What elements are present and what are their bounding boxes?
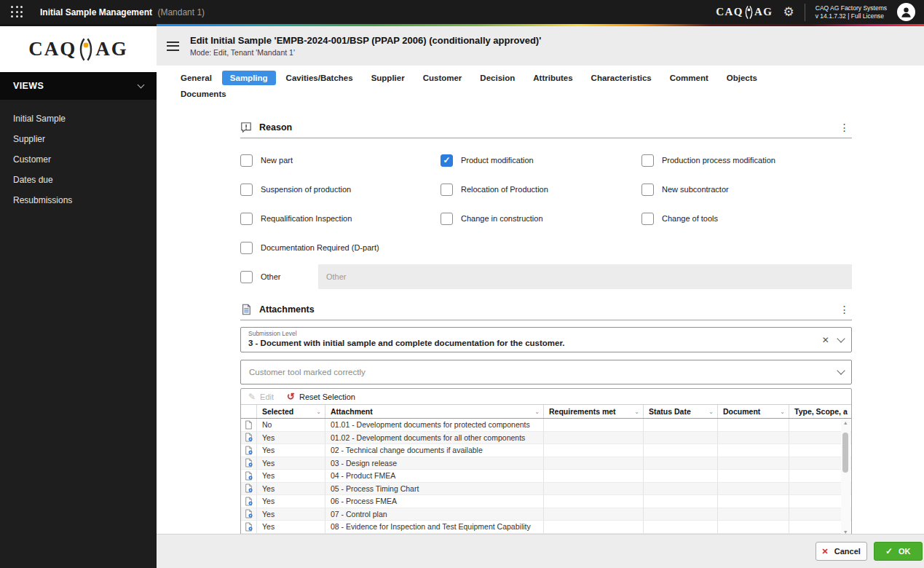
form-area: Reason ⋮ New part Product modification P…	[157, 106, 924, 534]
chevron-down-icon[interactable]: ⌄	[316, 409, 321, 415]
table-row[interactable]: Yes03 - Design release	[241, 457, 851, 470]
document-lines-icon	[240, 304, 252, 315]
sidebar-item-supplier[interactable]: Supplier	[0, 129, 157, 149]
checkbox-box[interactable]	[441, 184, 453, 196]
cell-status-date	[644, 495, 718, 508]
checkbox-relocation-of-production[interactable]: Relocation of Production	[441, 184, 641, 196]
kebab-menu-icon[interactable]: ⋮	[837, 122, 852, 133]
cell-attachment: 01.02 - Development documents for all ot…	[325, 432, 544, 445]
column-header-attachment[interactable]: Attachment ⌄	[325, 405, 544, 418]
checkbox-new-subcontractor[interactable]: New subcontractor	[641, 184, 852, 196]
hamburger-menu-icon[interactable]	[167, 39, 179, 53]
chevron-down-icon[interactable]: ⌄	[534, 409, 540, 415]
cell-attachment: 06 - Process FMEA	[325, 495, 544, 508]
checkbox-new-part[interactable]: New part	[240, 154, 441, 167]
checkbox-box[interactable]	[240, 242, 253, 254]
checkbox-box[interactable]	[240, 271, 253, 283]
tab-decision[interactable]: Decision	[472, 71, 523, 85]
ok-button[interactable]: ✓ OK	[874, 542, 923, 561]
chevron-down-icon[interactable]	[837, 366, 845, 374]
checkbox-product-modification[interactable]: Product modification	[441, 154, 641, 167]
chevron-down-icon[interactable]	[837, 334, 845, 342]
checkbox-production-process-modification[interactable]: Production process modification	[641, 154, 852, 167]
chevron-down-icon[interactable]: ⌄	[634, 409, 639, 415]
cancel-button[interactable]: ✕ Cancel	[816, 542, 867, 561]
column-header-document[interactable]: Document ⌄	[718, 405, 789, 418]
cell-attachment: 02 - Technical change documents if avail…	[325, 444, 544, 457]
scroll-up-icon[interactable]: ▲	[843, 419, 848, 427]
table-row[interactable]: Yes02 - Technical change documents if av…	[241, 444, 851, 457]
vertical-scroll-track[interactable]	[841, 427, 850, 529]
checkbox-box[interactable]	[240, 184, 253, 196]
checkbox-change-of-tools[interactable]: Change of tools	[641, 213, 852, 225]
views-section-header[interactable]: VIEWS	[0, 72, 157, 100]
checkbox-other[interactable]: Other	[240, 271, 318, 283]
app-launcher-icon[interactable]	[11, 6, 23, 18]
sidebar-item-customer[interactable]: Customer	[0, 149, 157, 170]
table-row[interactable]: Yes07 - Control plan	[241, 508, 851, 521]
sidebar-item-resubmissions[interactable]: Resubmissions	[0, 190, 157, 210]
table-row[interactable]	[241, 534, 851, 535]
cell-selected: Yes	[257, 495, 325, 508]
checkbox-box[interactable]	[641, 213, 654, 225]
checkbox-box[interactable]	[240, 213, 253, 225]
submission-level-dropdown[interactable]: Submission Level 3 - Document with initi…	[240, 327, 852, 352]
tab-characteristics[interactable]: Characteristics	[583, 71, 660, 85]
reset-selection-button[interactable]: ↺ Reset Selection	[287, 392, 355, 401]
attachments-table: ✎ Edit ↺ Reset Selection Selected ⌄	[240, 388, 852, 534]
checkbox-box[interactable]	[441, 213, 453, 225]
edit-button[interactable]: ✎ Edit	[248, 393, 274, 401]
tab-general[interactable]: General	[173, 71, 220, 85]
cell-document	[718, 508, 789, 521]
settings-gear-icon[interactable]: ⚙	[783, 6, 794, 18]
checkbox-box[interactable]	[641, 184, 654, 196]
column-header-requirements-met[interactable]: Requirements met ⌄	[544, 405, 644, 418]
column-header-icon[interactable]	[241, 405, 257, 418]
checkbox-box[interactable]	[240, 154, 253, 167]
checkbox-box[interactable]	[641, 154, 654, 167]
checkbox-suspension-of-production[interactable]: Suspension of production	[240, 184, 441, 196]
checkbox-change-in-construction[interactable]: Change in construction	[441, 213, 641, 225]
reason-section-header: Reason ⋮	[240, 119, 852, 136]
column-header-selected[interactable]: Selected ⌄	[257, 405, 325, 418]
checkbox-requalification-inspection[interactable]: Requalification Inspection	[240, 213, 441, 225]
attachment-doc-icon	[241, 470, 257, 483]
tenant-label: (Mandant 1)	[157, 7, 205, 17]
cell-requirements-met	[544, 419, 644, 432]
table-row[interactable]: Yes08 - Evidence for Inspection and Test…	[241, 521, 851, 534]
cell-document	[718, 457, 789, 470]
tab-attributes[interactable]: Attributes	[525, 71, 580, 85]
column-header-status-date[interactable]: Status Date ⌄	[644, 405, 718, 418]
table-row[interactable]: Yes04 - Product FMEA	[241, 470, 851, 483]
tab-comment[interactable]: Comment	[662, 71, 716, 85]
user-avatar[interactable]	[897, 3, 915, 21]
chevron-down-icon[interactable]: ⌄	[780, 409, 785, 415]
checkbox-box[interactable]	[441, 154, 453, 167]
tab-objects[interactable]: Objects	[719, 71, 765, 85]
cell-requirements-met	[544, 521, 644, 534]
checkbox-documentation-required[interactable]: Documentation Required (D-part)	[240, 242, 441, 254]
vertical-scroll-thumb[interactable]	[842, 433, 848, 473]
other-reason-input[interactable]	[318, 264, 852, 289]
column-header-type-scope[interactable]: Type, Scope, a	[789, 405, 851, 418]
scroll-down-icon[interactable]: ▼	[843, 529, 848, 534]
table-row[interactable]: Yes01.02 - Development documents for all…	[241, 432, 851, 445]
attachment-doc-icon	[241, 457, 257, 470]
tab-sampling[interactable]: Sampling	[222, 71, 276, 85]
table-row[interactable]: Yes05 - Process Timing Chart	[241, 483, 851, 496]
customer-tool-dropdown[interactable]: Customer tool marked correctly	[240, 360, 852, 384]
topbar-divider	[805, 4, 805, 21]
kebab-menu-icon[interactable]: ⋮	[837, 304, 852, 315]
tab-customer[interactable]: Customer	[415, 71, 470, 85]
sidebar-item-initial-sample[interactable]: Initial Sample	[0, 109, 157, 129]
clear-selection-icon[interactable]: ✕	[822, 335, 829, 345]
table-row[interactable]: No01.01 - Development documents for prot…	[241, 419, 851, 432]
sidebar-logo-box: CAQ AG	[0, 26, 157, 72]
sidebar-item-dates-due[interactable]: Dates due	[0, 170, 157, 190]
table-row[interactable]: Yes06 - Process FMEA	[241, 495, 851, 508]
tab-documents[interactable]: Documents	[173, 87, 234, 101]
vertical-scrollbar[interactable]: ▲ ▼	[841, 419, 850, 534]
tab-supplier[interactable]: Supplier	[363, 71, 413, 85]
chevron-down-icon[interactable]: ⌄	[708, 409, 714, 415]
tab-cavities-batches[interactable]: Cavities/Batches	[278, 71, 361, 85]
